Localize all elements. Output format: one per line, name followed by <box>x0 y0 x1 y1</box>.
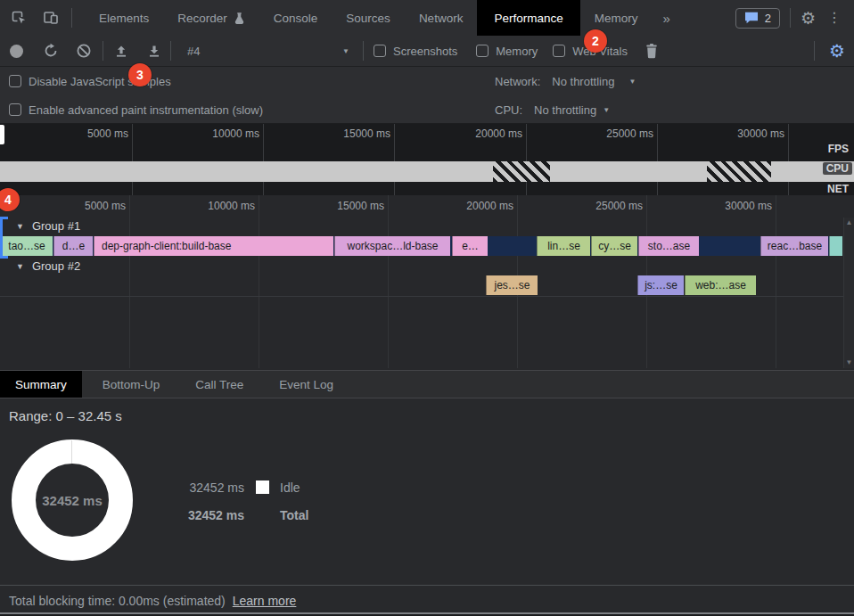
screenshots-checkbox[interactable] <box>374 45 386 57</box>
cpu-throttling-value: No throttling <box>534 103 596 117</box>
chat-count: 2 <box>765 12 771 25</box>
timeline-bar[interactable]: dep-graph-client:build-base <box>94 236 333 256</box>
timeline-bar[interactable]: web:…ase <box>685 275 756 295</box>
tab-event-log[interactable]: Event Log <box>264 371 349 398</box>
timeline-tick: 10000 ms <box>182 200 255 212</box>
toolbar-divider <box>363 41 364 61</box>
timeline-bar[interactable]: jes…se <box>486 275 538 295</box>
save-profile-button[interactable] <box>147 44 161 58</box>
timeline-overview[interactable]: 5000 ms 10000 ms 15000 ms 20000 ms 25000… <box>0 124 854 195</box>
overview-tick: 15000 ms <box>317 127 390 140</box>
idle-color-swatch <box>256 480 269 494</box>
load-profile-button[interactable] <box>114 44 128 58</box>
scroll-up-icon[interactable]: ▲ <box>846 219 853 226</box>
tab-label: Performance <box>494 12 562 25</box>
tab-elements[interactable]: Elements <box>85 0 163 36</box>
gridline <box>788 124 789 195</box>
device-toolbar-icon <box>42 9 60 27</box>
devtools-settings-button[interactable]: ⚙ <box>801 10 816 27</box>
chat-bubble-icon <box>744 12 759 24</box>
advanced-paint-label: Enable advanced paint instrumentation (s… <box>29 103 263 117</box>
devtools-window: Elements Recorder Console Sources Networ… <box>0 0 854 616</box>
upload-icon <box>114 44 128 58</box>
tab-console[interactable]: Console <box>259 0 333 36</box>
legend-idle-value: 32452 ms <box>185 480 244 495</box>
tab-sources[interactable]: Sources <box>332 0 405 36</box>
timeline-bar[interactable]: sto…ase <box>638 236 699 256</box>
memory-checkbox[interactable] <box>476 45 489 57</box>
more-tabs-icon: » <box>662 11 669 26</box>
memory-label: Memory <box>496 45 538 58</box>
track-divider <box>0 296 843 297</box>
device-toolbar-button[interactable] <box>37 5 64 30</box>
timeline-bar[interactable]: d…e <box>53 236 93 256</box>
timeline-bar[interactable]: cy…se <box>591 236 637 256</box>
collapse-triangle-icon: ▼ <box>16 222 24 231</box>
tab-performance[interactable]: Performance <box>477 0 579 36</box>
timeline-scrollbar[interactable]: ▲ ▼ <box>843 218 854 368</box>
cpu-hatched-region <box>707 161 771 182</box>
overview-tick: 10000 ms <box>186 127 259 140</box>
tab-bottom-up[interactable]: Bottom-Up <box>87 371 176 398</box>
tab-label: Recorder <box>177 12 227 25</box>
scroll-down-icon[interactable]: ▼ <box>846 359 853 366</box>
tab-label: Memory <box>595 12 638 25</box>
capture-settings-button[interactable]: ⚙ <box>829 42 845 60</box>
recording-history-select[interactable]: #4 ▼ <box>180 45 355 58</box>
tabbar-right-controls: 2 ⚙ ⋮ <box>735 8 854 29</box>
selection-bracket <box>0 217 8 259</box>
cpu-throttling-select[interactable]: No throttling ▼ <box>534 103 610 117</box>
tab-label: Console <box>274 12 318 25</box>
disable-js-samples-checkbox[interactable] <box>9 75 21 87</box>
group-2-label: Group #2 <box>32 259 80 273</box>
tab-label: Elements <box>99 12 149 25</box>
flame-chart[interactable]: 5000 ms 10000 ms 15000 ms 20000 ms 25000… <box>0 195 854 370</box>
web-vitals-checkbox[interactable] <box>553 45 565 57</box>
delete-recording-button[interactable] <box>645 43 659 59</box>
clear-recording-button[interactable] <box>76 43 92 59</box>
timeline-bar[interactable]: js:…se <box>637 275 684 295</box>
tab-recorder[interactable]: Recorder <box>163 0 259 36</box>
history-selected-label: #4 <box>187 45 200 58</box>
timeline-tick: 30000 ms <box>699 200 772 212</box>
timeline-bar[interactable]: reac…base <box>760 236 828 256</box>
overview-left-handle[interactable] <box>0 125 4 144</box>
issues-chat-button[interactable]: 2 <box>735 8 780 29</box>
timeline-bar[interactable]: workspac…ld-base <box>334 236 450 256</box>
more-tabs-button[interactable]: » <box>652 0 680 36</box>
timeline-bar[interactable] <box>829 236 842 256</box>
legend-idle-label: Idle <box>280 480 308 495</box>
toolbar-divider <box>170 41 171 61</box>
network-throttling-control: Network: No throttling ▼ <box>495 67 636 95</box>
experiment-flask-icon <box>234 12 245 24</box>
time-breakdown-donut: 32452 ms <box>12 439 133 561</box>
group-1-track: tao…se d…e dep-graph-client:build-base w… <box>0 236 842 256</box>
timeline-bar[interactable]: lin…se <box>537 236 590 256</box>
cpu-lane-label: CPU <box>823 162 852 175</box>
trash-icon <box>645 43 659 59</box>
record-button[interactable] <box>10 45 23 58</box>
dropdown-caret-icon: ▼ <box>342 47 349 55</box>
tab-label: Bottom-Up <box>103 378 160 391</box>
network-throttling-select[interactable]: No throttling ▼ <box>552 75 636 88</box>
tab-network[interactable]: Network <box>405 0 478 36</box>
tabbar-divider <box>71 8 72 28</box>
timeline-tick: 25000 ms <box>570 200 643 212</box>
legend-total-value: 32452 ms <box>185 508 244 522</box>
reload-and-record-button[interactable] <box>43 43 59 59</box>
learn-more-link[interactable]: Learn more <box>233 594 297 608</box>
donut-total-label: 32452 ms <box>12 439 133 561</box>
timeline-tick: 15000 ms <box>311 200 384 212</box>
advanced-paint-checkbox[interactable] <box>9 103 21 116</box>
inspect-element-button[interactable] <box>5 5 32 30</box>
net-lane-label: NET <box>824 183 852 195</box>
tab-call-tree[interactable]: Call Tree <box>180 371 259 398</box>
group-1-header[interactable]: ▼ Group #1 <box>16 219 80 233</box>
group-2-track: jes…se js:…se web:…ase <box>0 275 842 295</box>
detail-tabs: Summary Bottom-Up Call Tree Event Log <box>0 370 854 398</box>
overflow-menu-button[interactable]: ⋮ <box>824 11 845 25</box>
group-2-header[interactable]: ▼ Group #2 <box>16 259 80 273</box>
devtools-tabbar: Elements Recorder Console Sources Networ… <box>0 0 854 36</box>
tab-summary[interactable]: Summary <box>0 371 82 398</box>
timeline-bar[interactable]: e… <box>452 236 488 256</box>
